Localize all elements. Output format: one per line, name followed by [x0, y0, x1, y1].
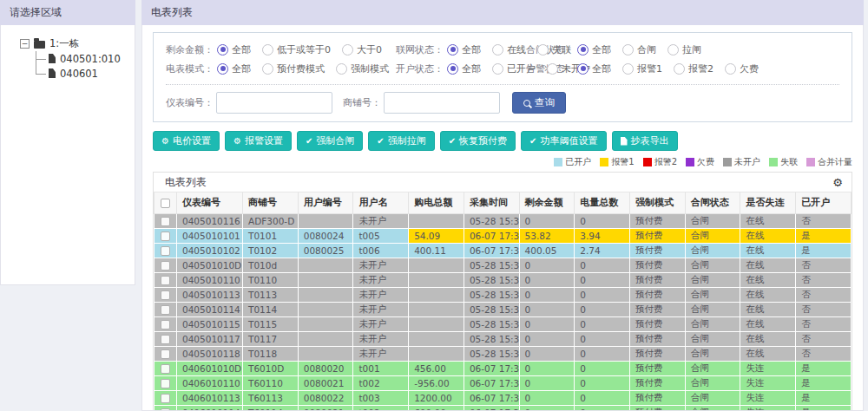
meter-no-input[interactable] — [216, 92, 332, 114]
radio-option[interactable]: 全部 — [577, 62, 611, 75]
radio-option[interactable]: 全部 — [577, 43, 611, 56]
table-row[interactable]: 0405010115T0115未开户05-28 15:30:0000预付费合闸在… — [155, 316, 852, 331]
row-checkbox[interactable] — [161, 246, 170, 256]
radio-option[interactable]: 拉闸 — [667, 43, 701, 56]
radio-icon[interactable] — [537, 44, 549, 55]
row-checkbox[interactable] — [161, 379, 170, 388]
column-header[interactable]: 用户名 — [353, 192, 409, 213]
table-row[interactable]: 0405010101T01010080024t00554.0906-07 17:… — [155, 228, 852, 243]
radio-option[interactable]: 强制模式 — [336, 62, 389, 75]
row-checkbox[interactable] — [161, 217, 170, 226]
radio-icon[interactable] — [492, 63, 503, 75]
radio-option[interactable]: 全部 — [217, 62, 251, 75]
table-row[interactable]: 0405010113T0113未开户05-28 15:30:0000预付费合闸在… — [155, 287, 852, 302]
table-row[interactable]: 0406010113T601130080022t0031200.0006-07 … — [155, 390, 852, 405]
action-button-抄表导出[interactable]: 抄表导出 — [612, 131, 678, 151]
column-header[interactable]: 采集时间 — [464, 192, 519, 213]
table-row[interactable]: 0406010114T601140080021t002600.0006-07 1… — [155, 405, 852, 411]
column-header[interactable]: 强制模式 — [630, 192, 686, 213]
action-button-功率阈值设置[interactable]: ✔功率阈值设置 — [521, 131, 606, 151]
row-checkbox[interactable] — [161, 364, 170, 374]
radio-label: 全部 — [232, 62, 251, 75]
row-select-cell — [155, 287, 177, 302]
radio-option[interactable]: 全部 — [217, 43, 251, 56]
column-header[interactable]: 剩余金额 — [519, 192, 575, 213]
table-row[interactable]: 0405010102T01020080025t006400.1106-07 17… — [155, 243, 852, 258]
radio-icon[interactable] — [217, 63, 228, 75]
tree-node-040501:010[interactable]: 040501:010 — [36, 51, 129, 66]
radio-icon[interactable] — [447, 63, 458, 75]
radio-icon[interactable] — [622, 63, 634, 75]
row-checkbox[interactable] — [161, 320, 170, 329]
column-header[interactable]: 合闸状态 — [685, 192, 740, 213]
row-checkbox[interactable] — [161, 276, 170, 285]
radio-option[interactable]: 大于0 — [342, 43, 382, 56]
radio-icon[interactable] — [577, 63, 589, 75]
row-checkbox[interactable] — [161, 232, 170, 241]
radio-icon[interactable] — [577, 44, 589, 55]
tree-root-label: 1:一栋 — [49, 37, 79, 50]
column-header[interactable]: 已开户 — [796, 192, 852, 213]
radio-option[interactable]: 报警1 — [622, 62, 662, 75]
column-header[interactable]: 商铺号 — [243, 192, 299, 213]
radio-icon[interactable] — [336, 63, 347, 75]
row-checkbox[interactable] — [161, 261, 170, 271]
radio-icon[interactable] — [667, 44, 679, 55]
meter-list-panel: 电表列表 剩余金额：全部低于或等于0大于0联网状态：全部在线失联合闸状态：全部合… — [141, 0, 864, 411]
action-button-电价设置[interactable]: ⚙电价设置 — [153, 131, 220, 151]
radio-icon[interactable] — [217, 44, 228, 55]
tree-node-root[interactable]: − 1:一栋 — [10, 37, 129, 50]
radio-icon[interactable] — [447, 44, 458, 55]
table-row[interactable]: 040601010DT6010D0080020t001456.0006-07 1… — [155, 361, 852, 375]
table-row[interactable]: 0405010116ADF300-D 3未开户05-28 15:30:0000预… — [155, 213, 852, 228]
action-button-恢复预付费[interactable]: ✔恢复预付费 — [440, 131, 516, 151]
action-button-强制拉闸[interactable]: ✔强制拉闸 — [368, 131, 434, 151]
table-row[interactable]: 040501010DT010d未开户05-28 15:30:0000预付费合闸在… — [155, 258, 852, 272]
radio-icon[interactable] — [725, 63, 736, 75]
row-checkbox[interactable] — [161, 290, 170, 300]
cell — [409, 346, 464, 361]
column-header[interactable]: 电量总数 — [575, 192, 630, 213]
tree-node-040601[interactable]: 040601 — [36, 66, 129, 81]
table-row[interactable]: 0406010110T601100080021t002-956.0006-07 … — [155, 375, 852, 390]
row-select-cell — [155, 243, 177, 258]
radio-icon[interactable] — [547, 63, 558, 75]
radio-icon[interactable] — [622, 44, 634, 55]
cell: 456.00 — [409, 361, 464, 375]
radio-option[interactable]: 预付费模式 — [262, 62, 325, 75]
radio-icon[interactable] — [262, 44, 273, 55]
filter-label: 合闸状态： — [526, 43, 574, 56]
radio-icon[interactable] — [262, 63, 273, 75]
column-header[interactable]: 仪表编号 — [177, 192, 243, 213]
table-row[interactable]: 0405010118T0118未开户05-28 15:30:0000预付费合闸在… — [155, 346, 852, 361]
legend-label: 失联 — [780, 156, 798, 168]
cell: 05-28 15:30:00 — [464, 316, 519, 331]
radio-option[interactable]: 全部 — [447, 62, 481, 75]
column-header[interactable]: 用户编号 — [298, 192, 353, 213]
radio-icon[interactable] — [342, 44, 353, 55]
column-header[interactable]: 是否失连 — [740, 192, 796, 213]
radio-option[interactable]: 报警2 — [674, 62, 713, 75]
radio-icon[interactable] — [492, 44, 503, 55]
collapse-icon[interactable]: − — [20, 39, 30, 49]
action-button-强制合闸[interactable]: ✔强制合闸 — [297, 131, 363, 151]
row-checkbox[interactable] — [161, 394, 170, 403]
row-checkbox[interactable] — [161, 335, 170, 344]
action-button-报警设置[interactable]: ⚙报警设置 — [225, 131, 292, 151]
radio-option[interactable]: 全部 — [447, 43, 481, 56]
shop-no-input[interactable] — [384, 92, 500, 114]
table-row[interactable]: 0405010110T0110未开户05-28 15:30:0000预付费合闸在… — [155, 272, 852, 287]
radio-option[interactable]: 在线 — [492, 43, 526, 56]
column-header[interactable]: 购电总额 — [409, 192, 464, 213]
row-checkbox[interactable] — [161, 349, 170, 359]
table-row[interactable]: 0405010114T0114未开户05-28 15:30:0000预付费合闸在… — [155, 302, 852, 316]
radio-icon[interactable] — [674, 63, 685, 75]
select-all-checkbox[interactable] — [161, 199, 170, 208]
radio-option[interactable]: 合闸 — [622, 43, 656, 56]
table-row[interactable]: 0405010117T0117未开户05-28 15:30:0000预付费合闸在… — [155, 331, 852, 346]
radio-option[interactable]: 欠费 — [725, 62, 759, 75]
table-settings-icon[interactable]: ⚙ — [832, 177, 843, 188]
search-button[interactable]: 查询 — [512, 92, 566, 114]
row-checkbox[interactable] — [161, 305, 170, 315]
radio-option[interactable]: 低于或等于0 — [262, 43, 331, 56]
